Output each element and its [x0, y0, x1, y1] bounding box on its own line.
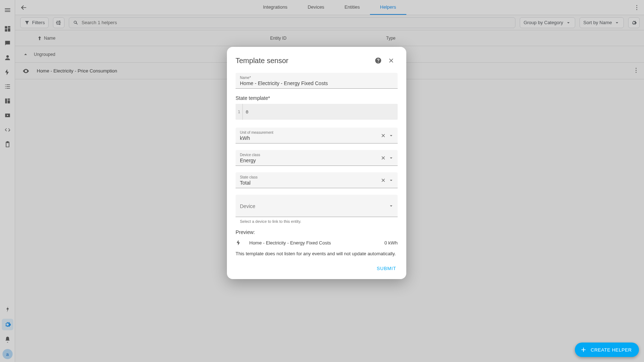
fab-label: CREATE HELPER: [591, 347, 632, 353]
close-button[interactable]: [385, 54, 398, 67]
preview-row: Home - Electricity - Energy Fixed Costs …: [236, 239, 398, 246]
clear-icon[interactable]: [380, 155, 386, 161]
create-helper-button[interactable]: CREATE HELPER: [575, 343, 639, 357]
device-class-label: Device class: [240, 153, 393, 157]
unit-value: kWh: [240, 135, 393, 141]
name-value: Home - Electricity - Energy Fixed Costs: [240, 80, 393, 86]
template-sensor-dialog: Template sensor Name* Home - Electricity…: [227, 47, 406, 279]
dialog-title: Template sensor: [236, 57, 372, 65]
clear-icon[interactable]: [380, 133, 386, 138]
preview-note: This template does not listen for any ev…: [236, 251, 398, 256]
state-class-value: Total: [240, 180, 393, 186]
state-template-value: 0: [243, 104, 251, 120]
clear-icon[interactable]: [380, 177, 386, 183]
preview-name: Home - Electricity - Energy Fixed Costs: [249, 240, 331, 246]
preview-label: Preview:: [236, 229, 398, 235]
help-button[interactable]: [372, 54, 385, 67]
chevron-down-icon[interactable]: [388, 177, 394, 183]
chevron-down-icon[interactable]: [388, 133, 394, 138]
submit-button[interactable]: SUBMIT: [375, 263, 398, 274]
state-class-field[interactable]: State class Total: [236, 172, 398, 188]
device-helper-text: Select a device to link to this entity.: [240, 219, 398, 224]
line-number: 1: [236, 104, 243, 120]
device-field[interactable]: Device: [236, 195, 398, 217]
unit-label: Unit of measurement: [240, 131, 393, 134]
device-placeholder: Device: [240, 203, 255, 209]
state-class-label: State class: [240, 175, 393, 179]
state-template-editor[interactable]: 1 0: [236, 104, 398, 120]
state-template-label: State template*: [236, 95, 398, 101]
preview-value: 0 kWh: [384, 240, 398, 246]
device-class-field[interactable]: Device class Energy: [236, 150, 398, 166]
energy-icon: [236, 239, 242, 246]
name-field[interactable]: Name* Home - Electricity - Energy Fixed …: [236, 73, 398, 89]
chevron-down-icon[interactable]: [388, 155, 394, 161]
chevron-down-icon[interactable]: [388, 203, 394, 209]
name-label: Name*: [240, 76, 393, 80]
device-class-value: Energy: [240, 158, 393, 163]
unit-field[interactable]: Unit of measurement kWh: [236, 128, 398, 144]
plus-icon: [580, 346, 587, 353]
